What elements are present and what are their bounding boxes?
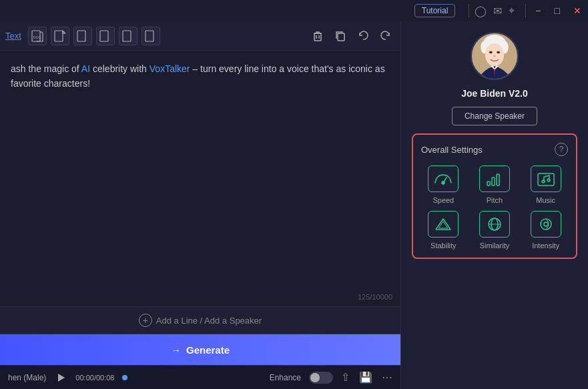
delete-button[interactable]	[308, 27, 327, 45]
bottom-bar: hen (Male) 00:00/00:08 Enhance ⇧ 💾 ⋯	[0, 365, 400, 389]
change-speaker-button[interactable]: Change Speaker	[452, 107, 537, 125]
jpg-format-button[interactable]	[73, 27, 92, 45]
similarity-setting[interactable]: Similarity	[473, 211, 517, 250]
speed-setting[interactable]: Speed	[421, 165, 466, 204]
user-icon[interactable]: ◯	[475, 5, 487, 17]
save-icon[interactable]: 💾	[359, 371, 372, 384]
pdf-format-button[interactable]	[51, 27, 69, 45]
svg-rect-8	[123, 31, 131, 41]
svg-rect-10	[314, 33, 321, 41]
intensity-label: Intensity	[532, 242, 559, 250]
svg-rect-2	[55, 31, 63, 41]
svg-rect-27	[538, 173, 554, 185]
svg-rect-25	[492, 177, 495, 185]
settings-grid: Speed Pitch	[421, 165, 568, 250]
toggle-knob	[310, 373, 320, 382]
generate-button[interactable]: → Generate	[0, 334, 400, 365]
ai-highlight: AI	[81, 63, 90, 74]
stability-setting[interactable]: Stability	[421, 211, 466, 250]
title-bar: Tutorial ◯ ✉ ⌖ − □ ✕	[0, 0, 588, 21]
generate-label: Generate	[186, 344, 230, 356]
tutorial-badge[interactable]: Tutorial	[414, 4, 456, 17]
text-tab[interactable]: Text	[5, 31, 21, 41]
settings-header: Overall Settings ?	[421, 143, 568, 156]
enhance-label: Enhance	[270, 373, 301, 382]
maximize-button[interactable]: □	[551, 4, 564, 17]
stability-label: Stability	[430, 242, 457, 250]
intensity-setting[interactable]: Intensity	[523, 211, 568, 250]
svg-rect-13	[338, 33, 344, 41]
svg-point-34	[544, 222, 548, 226]
svg-marker-14	[58, 374, 65, 382]
more-icon[interactable]: ⋯	[382, 371, 392, 384]
text-area-container: ash the magic of AI celebrity with VoxTa…	[0, 51, 400, 306]
tiff-format-button[interactable]	[141, 27, 160, 45]
similarity-label: Similarity	[480, 242, 510, 250]
bottom-actions: ⇧ 💾 ⋯	[341, 371, 392, 384]
similarity-icon-box	[479, 211, 510, 238]
png-format-button[interactable]	[96, 27, 115, 45]
pitch-icon-box	[479, 165, 510, 192]
speed-label: Speed	[432, 196, 454, 204]
settings-help-button[interactable]: ?	[555, 143, 568, 156]
svg-point-28	[542, 180, 545, 183]
text-content[interactable]: ash the magic of AI celebrity with VoxTa…	[11, 61, 390, 91]
svg-text:DOC: DOC	[33, 35, 41, 39]
music-setting[interactable]: Music	[523, 165, 568, 204]
svg-point-21	[497, 51, 500, 53]
mail-icon[interactable]: ✉	[493, 5, 502, 17]
svg-point-29	[547, 179, 550, 181]
duplicate-button[interactable]	[331, 27, 350, 45]
speaker-name: Joe Biden V2.0	[461, 88, 528, 99]
playback-dot	[122, 375, 127, 380]
undo-button[interactable]	[354, 27, 372, 45]
right-panel: Joe Biden V2.0 Change Speaker Overall Se…	[401, 21, 588, 389]
target-icon[interactable]: ⌖	[509, 5, 515, 17]
svg-point-23	[442, 181, 445, 184]
add-line-icon: +	[139, 314, 152, 327]
doc-format-button[interactable]: DOC	[28, 27, 47, 45]
left-panel: Text DOC	[0, 21, 401, 389]
char-count: 125/10000	[358, 293, 392, 301]
svg-point-33	[541, 219, 551, 230]
svg-rect-9	[145, 31, 154, 41]
add-line-label: Add a Line / Add a Speaker	[156, 316, 262, 326]
intensity-icon-box	[531, 211, 561, 238]
upload-icon[interactable]: ⇧	[341, 371, 350, 384]
settings-title: Overall Settings	[421, 145, 483, 155]
add-line-bar[interactable]: + Add a Line / Add a Speaker	[0, 306, 400, 334]
music-icon-box	[531, 165, 561, 192]
pitch-label: Pitch	[487, 196, 503, 204]
svg-rect-24	[487, 181, 490, 185]
svg-rect-6	[77, 31, 85, 41]
minimize-button[interactable]: −	[531, 4, 545, 17]
speaker-label: hen (Male)	[8, 373, 46, 382]
svg-rect-26	[497, 174, 499, 185]
overall-settings-panel: Overall Settings ? Speed	[412, 133, 577, 259]
stability-icon-box	[428, 211, 459, 238]
app-highlight: VoxTalker	[150, 63, 190, 74]
main-layout: Text DOC	[0, 21, 588, 389]
svg-rect-7	[100, 31, 108, 41]
avatar-svg	[472, 32, 517, 80]
play-button[interactable]	[54, 371, 67, 384]
enhance-toggle[interactable]	[309, 372, 333, 384]
avatar	[471, 32, 519, 80]
toolbar: Text DOC	[0, 21, 400, 51]
svg-point-19	[485, 43, 504, 66]
redo-button[interactable]	[376, 27, 395, 45]
music-label: Music	[536, 196, 555, 204]
bmp-format-button[interactable]	[119, 27, 137, 45]
svg-point-22	[493, 55, 496, 57]
svg-point-20	[489, 51, 493, 53]
pitch-setting[interactable]: Pitch	[473, 165, 517, 204]
playback-time: 00:00/00:08	[75, 374, 114, 382]
generate-arrow: →	[171, 344, 181, 356]
close-button[interactable]: ✕	[569, 4, 585, 17]
speed-icon-box	[428, 165, 459, 192]
